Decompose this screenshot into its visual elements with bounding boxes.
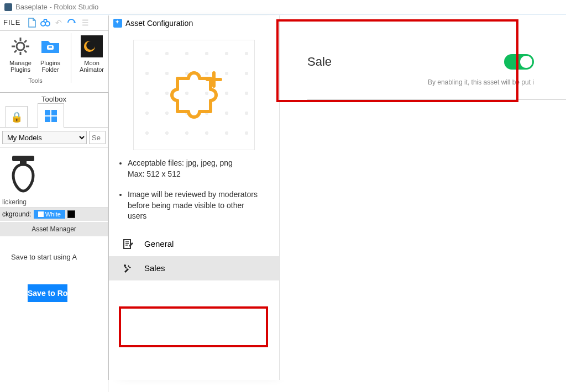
manage-plugins-label: Manage Plugins [7, 60, 34, 73]
asset-manager-title: Asset Manager [0, 222, 108, 236]
sale-toggle[interactable] [504, 54, 534, 70]
sale-panel: Sale By enabling it, this asset will be … [280, 15, 566, 380]
asset-config-title-row: Asset Configuration [109, 15, 279, 31]
background-black-chip[interactable] [67, 210, 75, 218]
svg-rect-7 [124, 240, 130, 248]
nav-general-label: General [144, 239, 174, 248]
nav-general[interactable]: General [109, 232, 279, 256]
list-icon[interactable]: ☰ [80, 18, 90, 28]
nav-sales[interactable]: Sales [109, 256, 279, 280]
asset-config-icon [113, 19, 122, 28]
plugins-folder-button[interactable]: Plugins Folder [35, 33, 65, 74]
window-title: Baseplate - Roblox Studio [15, 3, 98, 11]
toolbox-search-input[interactable] [89, 131, 106, 144]
new-file-icon[interactable] [27, 18, 37, 28]
app-icon [4, 3, 12, 11]
moon-animator-button[interactable]: Moon Animator [77, 33, 107, 74]
toolbox-search-row: My Models [0, 128, 108, 148]
asset-config-title: Asset Configuration [125, 19, 193, 28]
folder-icon [38, 34, 62, 59]
toolbox-tab-inventory[interactable] [38, 103, 64, 128]
ribbon-group-moon: Moon Animator [74, 33, 110, 92]
save-to-roblox-button[interactable]: Save to Ro [28, 284, 67, 302]
gear-icon [8, 34, 33, 59]
grid-icon [45, 110, 57, 122]
background-label: ckground: [2, 210, 32, 218]
left-panel: Toolbox 🔒 My Models lickering ckground: … [0, 93, 108, 392]
file-menu[interactable]: FILE [3, 18, 20, 27]
background-white-chip[interactable]: White [34, 210, 65, 219]
model-name: lickering [0, 195, 108, 208]
tools-icon [122, 263, 133, 274]
toolbox-tabs: 🔒 [0, 105, 108, 128]
save-message: Save to start using A [0, 236, 108, 268]
note-acceptable-files: Acceptable files: jpg, jpeg, png Max: 51… [128, 158, 263, 179]
binoculars-icon[interactable] [40, 18, 50, 28]
ribbon-group-label: Tools [28, 77, 43, 84]
svg-rect-4 [81, 35, 103, 57]
undo-icon[interactable]: ↶ [54, 18, 64, 28]
redo-arrow-icon[interactable] [67, 18, 77, 28]
document-edit-icon [122, 239, 133, 250]
note-moderation: Image will be reviewed by moderators bef… [128, 189, 263, 222]
puzzle-plus-icon [161, 62, 227, 128]
model-thumbnail[interactable] [7, 153, 40, 195]
background-row: ckground: White [0, 208, 108, 221]
asset-config-panel: Asset Configuration Acceptable files: jp… [108, 15, 280, 380]
asset-config-notes: Acceptable files: jpg, jpeg, png Max: 51… [109, 156, 279, 222]
svg-point-2 [17, 43, 24, 50]
svg-point-0 [41, 22, 45, 26]
ribbon-separator [71, 33, 71, 83]
nav-sales-label: Sales [144, 263, 165, 273]
plugins-folder-label: Plugins Folder [36, 60, 64, 73]
asset-config-nav: General Sales [109, 232, 279, 280]
sale-divider [307, 99, 566, 100]
toolbox-tab-marketplace[interactable]: 🔒 [6, 106, 28, 127]
window-titlebar: Baseplate - Roblox Studio [0, 0, 566, 14]
manage-plugins-button[interactable]: Manage Plugins [6, 33, 35, 74]
toggle-knob [520, 56, 532, 68]
models-dropdown[interactable]: My Models [2, 131, 87, 144]
asset-thumbnail-upload[interactable] [133, 40, 255, 150]
ribbon-group-tools: Manage Plugins Plugins Folder Tools [2, 33, 69, 92]
svg-point-1 [45, 22, 50, 26]
svg-point-8 [124, 264, 126, 267]
sale-row: Sale [307, 54, 534, 70]
moon-animator-label: Moon Animator [78, 60, 106, 73]
sale-label: Sale [307, 55, 332, 69]
moon-icon [80, 34, 104, 59]
bag-icon: 🔒 [11, 111, 23, 123]
sale-subtext: By enabling it, this asset will be put i [307, 78, 534, 86]
